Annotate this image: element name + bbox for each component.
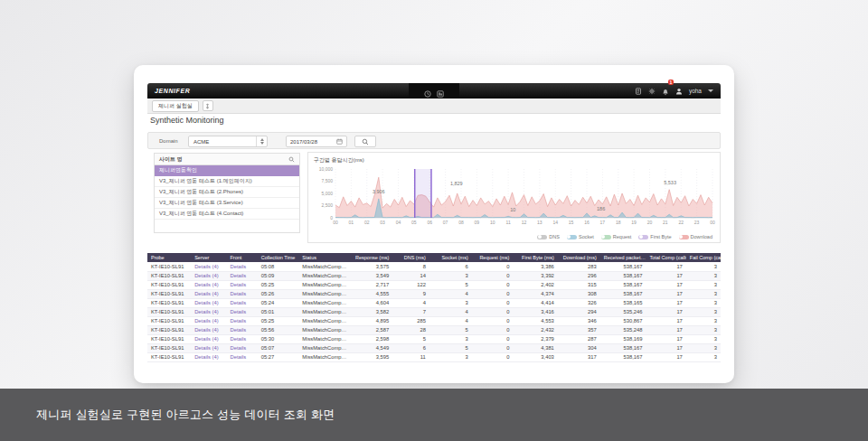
column-header[interactable]: Download (ms) bbox=[558, 253, 600, 262]
notifications[interactable]: 1 bbox=[662, 83, 669, 99]
site-list-item[interactable]: V3_제니퍼 연동 테스트 (4.Contact) bbox=[155, 209, 299, 220]
gear-icon[interactable] bbox=[648, 88, 656, 95]
column-header[interactable]: Front bbox=[226, 253, 257, 262]
details-link[interactable]: Details bbox=[226, 334, 257, 343]
legend-toggle-icon[interactable] bbox=[567, 235, 577, 239]
legend-toggle-icon[interactable] bbox=[601, 235, 611, 239]
user-icon[interactable] bbox=[675, 88, 683, 95]
details-link[interactable]: Details (4) bbox=[191, 316, 226, 325]
tab-bar: 제니퍼 실험실 bbox=[147, 99, 721, 114]
tab-jennifer-lab[interactable]: 제니퍼 실험실 bbox=[152, 100, 199, 112]
date-input[interactable]: 2017/03/28 bbox=[286, 136, 347, 147]
svg-text:186: 186 bbox=[597, 206, 605, 211]
details-link[interactable]: Details (4) bbox=[191, 289, 226, 298]
column-header[interactable]: DNS (ms) bbox=[392, 253, 429, 262]
table-row[interactable]: KT-IE10-SL91Details (4)Details05:24MissM… bbox=[147, 298, 721, 307]
domain-select[interactable]: ACME bbox=[188, 136, 268, 147]
details-link[interactable]: Details (4) bbox=[191, 307, 226, 316]
table-row[interactable]: KT-IE10-SL91Details (4)Details05:26MissM… bbox=[147, 289, 721, 298]
legend-toggle-icon[interactable] bbox=[679, 235, 689, 239]
site-list-item[interactable]: 제니퍼연동확인 bbox=[155, 165, 299, 176]
table-cell: KT-IE10-SL91 bbox=[147, 316, 191, 325]
details-link[interactable]: Details bbox=[226, 262, 257, 271]
table-cell: 538,167 bbox=[600, 280, 646, 289]
details-link[interactable]: Details (4) bbox=[191, 325, 226, 334]
details-link[interactable]: Details bbox=[226, 352, 257, 361]
legend-item[interactable]: Download bbox=[679, 234, 712, 239]
svg-text:0: 0 bbox=[330, 215, 333, 220]
table-cell: 3 bbox=[429, 298, 472, 307]
details-link[interactable]: Details (4) bbox=[191, 262, 226, 271]
table-row[interactable]: KT-IE10-SL91Details (4)Details05:07MissM… bbox=[147, 343, 721, 352]
table-cell: 0 bbox=[472, 289, 514, 298]
column-header[interactable]: Status bbox=[298, 253, 349, 262]
table-row[interactable]: KT-IE10-SL91Details (4)Details05:25MissM… bbox=[147, 280, 721, 289]
svg-text:5,533: 5,533 bbox=[664, 180, 676, 185]
details-link[interactable]: Details bbox=[226, 343, 257, 352]
column-header[interactable]: Probe bbox=[147, 253, 191, 262]
details-link[interactable]: Details (4) bbox=[191, 280, 226, 289]
table-row[interactable]: KT-IE10-SL91Details (4)Details05:25MissM… bbox=[147, 316, 721, 325]
table-row[interactable]: KT-IE10-SL91Details (4)Details05:27MissM… bbox=[147, 352, 721, 361]
app-grid-icon[interactable] bbox=[437, 90, 444, 98]
details-link[interactable]: Details (4) bbox=[191, 352, 226, 361]
table-header-row: ProbeServerFrontCollection TimeStatusRes… bbox=[147, 253, 721, 262]
response-time-chart[interactable]: 0001020304050607080910111213141516171819… bbox=[308, 164, 720, 232]
tab-tool-button[interactable] bbox=[203, 100, 213, 111]
table-cell: 0 bbox=[472, 316, 514, 325]
legend-item[interactable]: First Byte bbox=[638, 234, 671, 239]
legend-item[interactable]: Socket bbox=[567, 234, 594, 239]
details-link[interactable]: Details (4) bbox=[191, 343, 226, 352]
details-link[interactable]: Details bbox=[226, 307, 257, 316]
table-row[interactable]: KT-IE10-SL91Details (4)Details05:09MissM… bbox=[147, 271, 721, 280]
details-link[interactable]: Details bbox=[226, 271, 257, 280]
legend-toggle-icon[interactable] bbox=[537, 235, 547, 239]
details-link[interactable]: Details bbox=[226, 280, 257, 289]
table-row[interactable]: KT-IE10-SL91Details (4)Details05:56MissM… bbox=[147, 325, 721, 334]
filter-bar: Domain ACME 2017/03/28 bbox=[147, 132, 721, 149]
legend-toggle-icon[interactable] bbox=[638, 235, 648, 239]
table-row[interactable]: KT-IE10-SL91Details (4)Details05:01MissM… bbox=[147, 307, 721, 316]
clock-icon[interactable] bbox=[424, 90, 431, 98]
table-cell: 05:56 bbox=[258, 325, 299, 334]
details-link[interactable]: Details (4) bbox=[191, 334, 226, 343]
site-list-item[interactable]: V3_제니퍼 연동 테스트 (3.Service) bbox=[155, 198, 299, 209]
table-row[interactable]: KT-IE10-SL91Details (4)Details05:30MissM… bbox=[147, 334, 721, 343]
legend-item[interactable]: Request bbox=[601, 234, 632, 239]
column-header[interactable]: First Byte (ms) bbox=[513, 253, 557, 262]
column-header[interactable]: Request (ms) bbox=[472, 253, 514, 262]
column-header[interactable]: Server bbox=[191, 253, 226, 262]
details-link[interactable]: Details (4) bbox=[191, 298, 226, 307]
table-cell: 17 bbox=[646, 262, 685, 271]
details-link[interactable]: Details bbox=[226, 325, 257, 334]
site-list-item[interactable]: V3_제니퍼 연동 테스트 (2.Phones) bbox=[155, 187, 299, 198]
column-header[interactable]: Total Comp (calls) bbox=[646, 253, 685, 262]
column-header[interactable]: Fail Comp (calls) bbox=[686, 253, 721, 262]
document-icon[interactable] bbox=[635, 88, 642, 95]
details-link[interactable]: Details bbox=[226, 298, 257, 307]
column-header[interactable]: Socket (ms) bbox=[429, 253, 472, 262]
domain-value: ACME bbox=[193, 139, 256, 145]
details-link[interactable]: Details bbox=[226, 289, 257, 298]
table-row[interactable]: KT-IE10-SL91Details (4)Details05:08MissM… bbox=[147, 262, 721, 271]
date-value: 2017/03/28 bbox=[290, 139, 317, 145]
column-header[interactable]: Response (ms) bbox=[349, 253, 392, 262]
table-cell: 4,553 bbox=[513, 316, 557, 325]
site-list-item[interactable]: V3_제니퍼 연동 테스트 (1.메인페이지) bbox=[155, 176, 299, 187]
legend-item[interactable]: DNS bbox=[537, 234, 560, 239]
details-link[interactable]: Details (4) bbox=[191, 271, 226, 280]
column-header[interactable]: Received packet… bbox=[600, 253, 646, 262]
search-icon[interactable] bbox=[288, 156, 295, 163]
table-cell: 0 bbox=[472, 343, 514, 352]
search-button[interactable] bbox=[354, 136, 376, 147]
table-cell: 2,717 bbox=[349, 280, 392, 289]
username-label[interactable]: yoha bbox=[689, 88, 702, 94]
table-cell: 4,374 bbox=[513, 289, 557, 298]
table-cell: 05:07 bbox=[258, 343, 299, 352]
caret-down-icon[interactable] bbox=[708, 89, 713, 92]
svg-text:00: 00 bbox=[710, 220, 715, 225]
details-link[interactable]: Details bbox=[226, 316, 257, 325]
column-header[interactable]: Collection Time bbox=[258, 253, 299, 262]
table-cell: KT-IE10-SL91 bbox=[147, 352, 191, 361]
table-cell: 3 bbox=[429, 352, 472, 361]
